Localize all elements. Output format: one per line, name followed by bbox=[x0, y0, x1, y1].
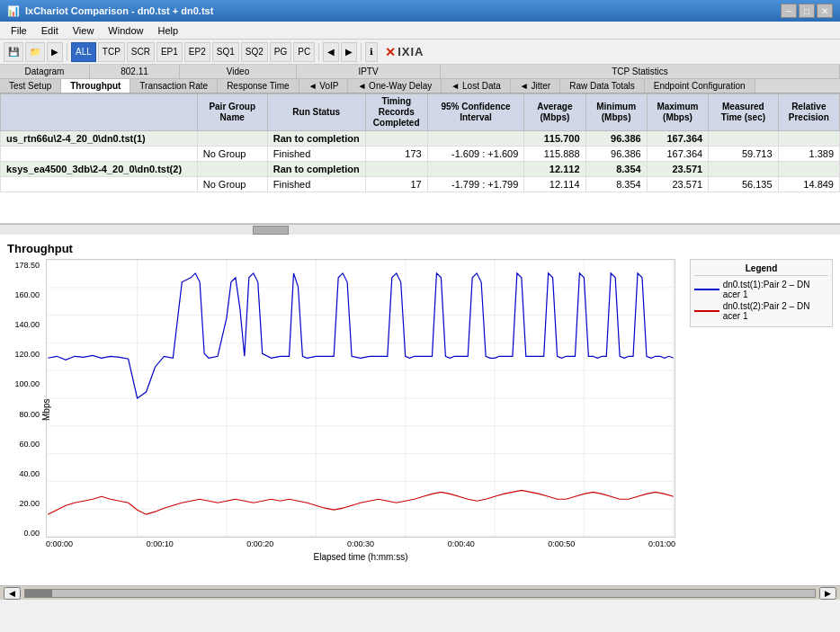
filter-pg[interactable]: PG bbox=[270, 42, 291, 62]
toolbar-back[interactable]: ◀ bbox=[323, 42, 339, 62]
tab-row-top: Datagram 802.11 Video IPTV TCP Statistic… bbox=[0, 65, 840, 79]
minimize-button[interactable]: ─ bbox=[781, 4, 797, 18]
toolbar-run[interactable]: ▶ bbox=[47, 42, 63, 62]
toolbar-forward[interactable]: ▶ bbox=[341, 42, 357, 62]
legend-item-1: dn0.tst(1):Pair 2 – DN acer 1 bbox=[694, 280, 828, 299]
cell-avg2: 115.888 bbox=[524, 147, 585, 162]
cell-max1: 167.364 bbox=[647, 131, 708, 147]
cell-timing3 bbox=[365, 162, 427, 177]
tab-one-way-delay[interactable]: ◄ One-Way Delay bbox=[348, 79, 442, 93]
tab-test-setup[interactable]: Test Setup bbox=[0, 79, 61, 93]
table-row: ksys_ea4500_3db\2-4_20_0\dn0.tst(2) Ran … bbox=[1, 162, 840, 177]
menu-edit[interactable]: Edit bbox=[34, 24, 66, 37]
close-button[interactable]: ✕ bbox=[817, 4, 833, 18]
filter-all[interactable]: ALL bbox=[71, 42, 96, 62]
bottom-scroll-thumb[interactable] bbox=[25, 590, 52, 597]
tab-group-datagram: Datagram bbox=[0, 65, 90, 78]
status-bar: ◀ ▶ bbox=[0, 585, 840, 600]
window-title: IxChariot Comparison - dn0.tst + dn0.tst bbox=[25, 5, 213, 16]
y-axis-labels: 178.50 160.00 140.00 120.00 100.00 80.00… bbox=[7, 259, 40, 538]
cell-filename2 bbox=[1, 147, 198, 162]
tab-raw-data[interactable]: Raw Data Totals bbox=[560, 79, 645, 93]
chart-plot-area: 0:00:00 0:00:10 0:00:20 0:00:30 0:00:40 … bbox=[46, 259, 675, 562]
tab-lost-data[interactable]: ◄ Lost Data bbox=[442, 79, 510, 93]
maximize-button[interactable]: □ bbox=[799, 4, 815, 18]
legend-line-2 bbox=[694, 310, 719, 312]
cell-timing4: 17 bbox=[365, 177, 427, 192]
tab-throughput[interactable]: Throughput bbox=[61, 79, 130, 93]
cell-prec4: 14.849 bbox=[778, 177, 839, 192]
chart-wrapper: 178.50 160.00 140.00 120.00 100.00 80.00… bbox=[7, 259, 833, 562]
table-row: No Group Finished 173 -1.609 : +1.609 11… bbox=[1, 147, 840, 162]
tab-jitter[interactable]: ◄ Jitter bbox=[511, 79, 560, 93]
toolbar-open[interactable]: 📁 bbox=[25, 42, 45, 62]
toolbar-info[interactable]: ℹ bbox=[365, 42, 378, 62]
app-icon: 📊 bbox=[7, 5, 20, 17]
cell-status3: Ran to completion bbox=[267, 162, 365, 177]
cell-max3: 23.571 bbox=[647, 162, 708, 177]
cell-max2: 167.364 bbox=[647, 147, 708, 162]
cell-min4: 8.354 bbox=[585, 177, 647, 192]
cell-filename3: ksys_ea4500_3db\2-4_20_0\dn0.tst(2) bbox=[1, 162, 198, 177]
ixia-logo-text: IXIA bbox=[398, 45, 424, 58]
filter-pc[interactable]: PC bbox=[293, 42, 315, 62]
cell-time1 bbox=[709, 131, 778, 147]
bottom-scrollbar[interactable] bbox=[24, 589, 816, 598]
tab-section: Datagram 802.11 Video IPTV TCP Statistic… bbox=[0, 65, 840, 93]
cell-max4: 23.571 bbox=[647, 177, 708, 192]
cell-filename1: us_rtn66u\2-4_20_0\dn0.tst(1) bbox=[1, 131, 198, 147]
toolbar: 💾 📁 ▶ ALL TCP SCR EP1 EP2 SQ1 SQ2 PG PC … bbox=[0, 40, 840, 65]
x-axis-labels: 0:00:00 0:00:10 0:00:20 0:00:30 0:00:40 … bbox=[46, 538, 675, 550]
header-pair-group: Pair GroupName bbox=[197, 94, 267, 131]
legend-title: Legend bbox=[694, 263, 828, 276]
cell-time2: 59.713 bbox=[709, 147, 778, 162]
cell-prec1 bbox=[778, 131, 839, 147]
chart-legend: Legend dn0.tst(1):Pair 2 – DN acer 1 dn0… bbox=[690, 259, 833, 327]
scroll-left-button[interactable]: ◀ bbox=[4, 587, 21, 600]
tab-group-tcp: TCP Statistics bbox=[441, 65, 840, 78]
tab-transaction-rate[interactable]: Transaction Rate bbox=[130, 79, 218, 93]
filter-scr[interactable]: SCR bbox=[127, 42, 155, 62]
header-minimum: Minimum(Mbps) bbox=[585, 94, 647, 131]
filter-tcp[interactable]: TCP bbox=[98, 42, 125, 62]
tab-voip[interactable]: ◄ VoIP bbox=[299, 79, 349, 93]
tab-endpoint-config[interactable]: Endpoint Configuration bbox=[645, 79, 755, 93]
cell-time3 bbox=[709, 162, 778, 177]
data-grid-area: Pair GroupName Run Status Timing Records… bbox=[0, 93, 840, 224]
menu-window[interactable]: Window bbox=[101, 24, 150, 37]
title-bar: 📊 IxChariot Comparison - dn0.tst + dn0.t… bbox=[0, 0, 840, 22]
tab-response-time[interactable]: Response Time bbox=[218, 79, 299, 93]
table-row: us_rtn66u\2-4_20_0\dn0.tst(1) Ran to com… bbox=[1, 131, 840, 147]
cell-avg1: 115.700 bbox=[524, 131, 585, 147]
legend-line-1 bbox=[694, 289, 719, 290]
cell-prec3 bbox=[778, 162, 839, 177]
horizontal-scrollbar[interactable] bbox=[0, 224, 840, 235]
window-controls[interactable]: ─ □ ✕ bbox=[781, 4, 833, 18]
filter-ep1[interactable]: EP1 bbox=[156, 42, 183, 62]
data-grid: Pair GroupName Run Status Timing Records… bbox=[0, 93, 840, 192]
cell-min2: 96.386 bbox=[585, 147, 647, 162]
cell-min3: 8.354 bbox=[585, 162, 647, 177]
filter-sq2[interactable]: SQ2 bbox=[241, 42, 268, 62]
x-axis-label: Elapsed time (h:mm:ss) bbox=[46, 552, 675, 562]
menu-view[interactable]: View bbox=[66, 24, 102, 37]
menu-bar: File Edit View Window Help bbox=[0, 22, 840, 40]
tab-group-802: 802.11 bbox=[90, 65, 180, 78]
legend-item-2: dn0.tst(2):Pair 2 – DN acer 1 bbox=[694, 301, 828, 321]
toolbar-save[interactable]: 💾 bbox=[4, 42, 23, 62]
tab-group-video: Video bbox=[180, 65, 297, 78]
header-filename bbox=[1, 94, 198, 131]
scroll-right-button[interactable]: ▶ bbox=[819, 587, 836, 600]
cell-status1: Ran to completion bbox=[267, 131, 365, 147]
cell-confidence4: -1.799 : +1.799 bbox=[427, 177, 524, 192]
filter-sq1[interactable]: SQ1 bbox=[212, 42, 239, 62]
menu-help[interactable]: Help bbox=[150, 24, 185, 37]
menu-file[interactable]: File bbox=[4, 24, 34, 37]
scroll-thumb[interactable] bbox=[253, 226, 289, 235]
tab-row-bottom: Test Setup Throughput Transaction Rate R… bbox=[0, 79, 840, 93]
filter-ep2[interactable]: EP2 bbox=[184, 42, 210, 62]
legend-label-2: dn0.tst(2):Pair 2 – DN acer 1 bbox=[723, 301, 828, 321]
cell-avg3: 12.112 bbox=[524, 162, 585, 177]
cell-pair-group2: No Group bbox=[197, 147, 267, 162]
cell-prec2: 1.389 bbox=[778, 147, 839, 162]
